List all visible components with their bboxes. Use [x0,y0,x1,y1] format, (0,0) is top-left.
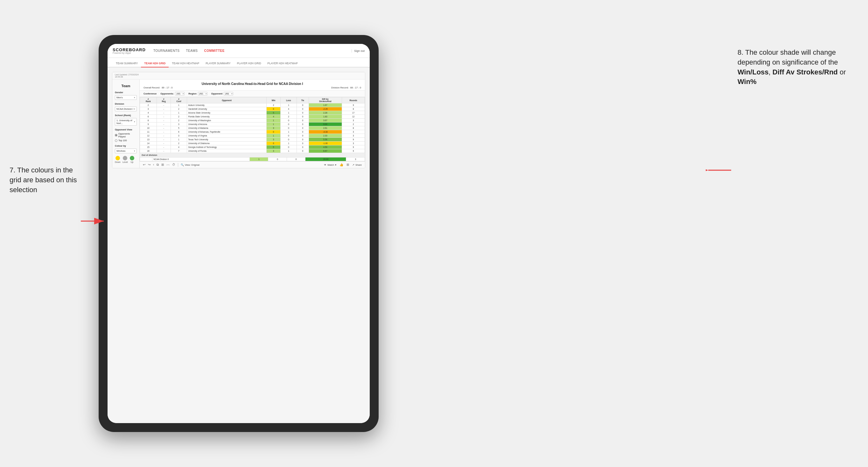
card-header: University of North Carolina Head-to-Hea… [140,80,365,91]
annotation-left-text: The colours in the grid are based on thi… [9,166,77,194]
table-row: 8-2University of Washington1003.673 [140,119,365,122]
arrow-right-svg [706,165,731,175]
sidebar: Team Gender Men's ▾ Division [112,80,140,168]
app-header: SCOREBOARD Powered by clippd TOURNAMENTS… [107,44,370,58]
table-row: 12-3University of Virginia1002.333 [140,134,365,138]
table-row: 11-6University of Arkansas, Fayetteville… [140,130,365,134]
colour-by-dropdown-arrow: ▾ [134,150,135,152]
legend-dot-down [116,156,120,160]
annotation-sep1: , [769,68,773,76]
annotation-left: 7. The colours in the grid are based on … [9,165,83,195]
legend-level: Level [123,156,128,163]
filter-opponent: Opponent (All) [211,92,233,95]
nav-teams[interactable]: TEAMS [186,49,197,53]
table-scroll[interactable]: #Rank #Reg #Conf Opponent Win Loss Tie D… [140,97,365,161]
clock-btn[interactable]: ⏱ [172,163,175,166]
nav-committee[interactable]: COMMITTEE [204,49,225,53]
division-select[interactable]: NCAA Division I ▾ [115,106,137,111]
logo-text: SCOREBOARD [113,48,146,52]
filter-opponents: Opponents: (All) [160,92,185,95]
sub-nav-team-h2h-heatmap[interactable]: TEAM H2H HEATMAP [168,60,203,67]
team-section: Team [115,82,137,88]
table-row: 3-2Vanderbilt University040-2.298 [140,107,365,111]
copy-btn[interactable]: ⧉ [157,163,159,166]
overall-record-label: Overall Record: 89 - 17 - 0 [144,86,173,89]
sub-nav-player-h2h-grid[interactable]: PLAYER H2H GRID [234,60,265,67]
opponent-select[interactable]: (All) [224,92,233,95]
data-table: #Rank #Reg #Conf Opponent Win Loss Tie D… [140,97,365,153]
annotation-sep2: or [838,68,846,76]
share-btn[interactable]: ↗ Share [352,163,362,166]
thumbs-btn[interactable]: 👍 [340,163,343,166]
grid-btn[interactable]: ⊞ [346,163,349,166]
sub-nav: TEAM SUMMARY TEAM H2H GRID TEAM H2H HEAT… [107,58,370,67]
radio-group: Opponents Played Top 100 [115,132,137,142]
col-win: Win [267,97,280,103]
radio-dot-opponents [115,134,117,136]
gender-section: Gender Men's ▾ [115,91,137,100]
toolbar: ↩ ↪ ‹ ⧉ ⊞ -·- ⏱ 🔍 View: Original [140,161,365,168]
annotation-bold2: Diff Av Strokes/Rnd [773,68,838,76]
out-of-division-header: Out of division [140,153,365,157]
filter-conference-label: Conference [144,92,157,95]
sub-nav-team-summary[interactable]: TEAM SUMMARY [113,60,141,67]
undo-btn[interactable]: ↩ [143,163,146,166]
toolbar-sep [178,163,178,167]
col-loss: Loss [280,97,297,103]
region-select[interactable]: (All) [198,92,208,95]
filter-region-label: Region [188,92,196,95]
table-row: 6-2Florida State University4201.8312 [140,115,365,119]
prev-btn[interactable]: ‹ [153,163,154,166]
filters-row: Conference Opponents: (All) [140,91,365,97]
col-conf: #Conf [171,97,187,103]
sub-nav-player-h2h-heatmap[interactable]: PLAYER H2H HEATMAP [265,60,301,67]
table-row: 9-3University of Arizona1009.002 [140,122,365,126]
legend-dot-level [123,156,127,160]
tablet-frame: SCOREBOARD Powered by clippd TOURNAMENTS… [99,35,379,432]
separator-btn[interactable]: -·- [166,163,169,166]
filter-opponents-label: Opponents: [160,92,174,95]
annotation-left-step: 7. [9,166,15,174]
paste-btn[interactable]: ⊞ [161,163,164,166]
legend-dot-up [130,156,134,160]
colour-by-section: Colour by Win/loss ▾ [115,145,137,153]
redo-btn[interactable]: ↪ [148,163,151,166]
legend-down: Down [115,156,121,163]
grid-area: University of North Carolina Head-to-Hea… [140,80,365,168]
school-select[interactable]: 1. University of Nort... ▾ [115,118,137,126]
card-title: University of North Carolina Head-to-Hea… [144,82,361,86]
watch-btn[interactable]: 👁 Watch ▾ [324,163,336,166]
col-tie: Tie [297,97,309,103]
col-diff: Diff AvStrokes/Rnd [309,97,342,103]
division-dropdown-arrow: ▾ [134,108,135,111]
table-row: 13-1Texas Tech University3005.569 [140,138,365,142]
sub-nav-player-summary[interactable]: PLAYER SUMMARY [203,60,234,67]
opponent-view-label: Opponent View [115,128,137,131]
opponent-view-section: Opponent View Opponents Played Top 100 [115,128,137,142]
table-row: 15-4Georgia Institute of Technology5004.… [140,145,365,149]
table-header-row: #Rank #Reg #Conf Opponent Win Loss Tie D… [140,97,365,103]
radio-top100[interactable]: Top 100 [115,139,137,142]
annotation-bold3: Win% [738,77,757,86]
sign-out-link[interactable]: Sign out [354,49,365,53]
table-row: 16-7University of Florida3106.679 [140,149,365,153]
colour-by-select[interactable]: Win/loss ▾ [115,149,137,153]
table-row: 14-2University of Oklahoma010-1.003 [140,142,365,145]
radio-opponents-played[interactable]: Opponents Played [115,132,137,138]
filter-opponent-label: Opponent [211,92,222,95]
view-label: 🔍 View: Original [181,163,199,166]
logo-block: SCOREBOARD Powered by clippd [113,48,146,54]
main-content: Last Updated: 27/03/2024 16:55:38 Team G… [107,67,370,423]
nav-tournaments[interactable]: TOURNAMENTS [153,49,180,53]
sub-nav-team-h2h-grid[interactable]: TEAM H2H GRID [141,60,168,67]
annotation-right-intro: The colour shade will change depending o… [738,49,838,66]
record-row: Overall Record: 89 - 17 - 0 Division Rec… [144,86,361,89]
conference-select[interactable]: (All) [175,92,185,95]
card-body: Team Gender Men's ▾ Division [112,80,365,168]
filter-conference: Conference [144,92,157,95]
col-opponent: Opponent [187,97,267,103]
logo-sub: Powered by clippd [113,52,146,54]
out-of-division-row: NCAA Division II10026.003 [140,157,365,161]
gender-select[interactable]: Men's ▾ [115,95,137,100]
team-label: Team [115,82,137,88]
